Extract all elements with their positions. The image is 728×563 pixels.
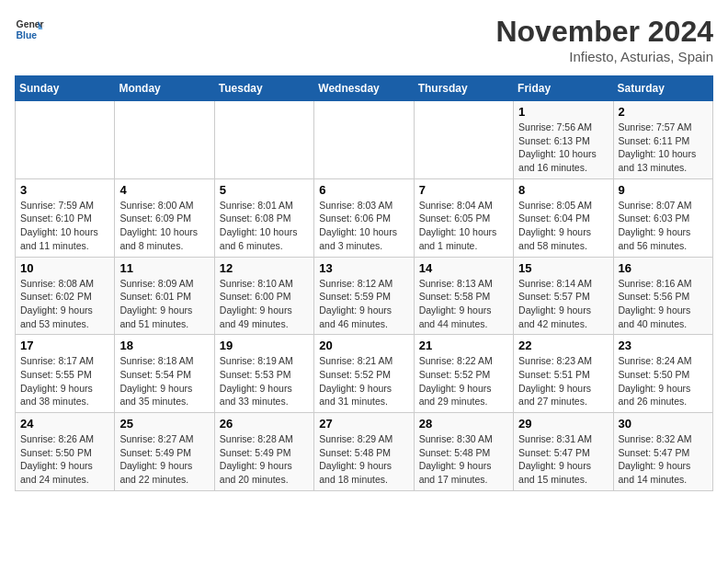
calendar-cell: 18Sunrise: 8:18 AM Sunset: 5:54 PM Dayli… (115, 335, 214, 413)
calendar-cell: 6Sunrise: 8:03 AM Sunset: 6:06 PM Daylig… (314, 178, 414, 257)
day-info: Sunrise: 8:00 AM Sunset: 6:09 PM Dayligh… (119, 199, 209, 253)
weekday-header-sunday: Sunday (16, 76, 115, 101)
calendar-week-2: 3Sunrise: 7:59 AM Sunset: 6:10 PM Daylig… (16, 178, 713, 257)
calendar-cell (414, 101, 513, 179)
calendar-cell (16, 101, 115, 179)
calendar-cell: 12Sunrise: 8:10 AM Sunset: 6:00 PM Dayli… (214, 257, 313, 335)
day-info: Sunrise: 8:03 AM Sunset: 6:06 PM Dayligh… (319, 199, 408, 253)
day-info: Sunrise: 7:57 AM Sunset: 6:11 PM Dayligh… (619, 121, 708, 175)
day-number: 28 (419, 417, 508, 431)
day-number: 30 (619, 417, 708, 431)
day-info: Sunrise: 8:17 AM Sunset: 5:55 PM Dayligh… (20, 354, 109, 408)
calendar-week-4: 17Sunrise: 8:17 AM Sunset: 5:55 PM Dayli… (16, 335, 713, 413)
title-block: November 2024 Infiesto, Asturias, Spain (495, 15, 713, 64)
day-info: Sunrise: 8:26 AM Sunset: 5:50 PM Dayligh… (20, 432, 109, 487)
day-info: Sunrise: 8:05 AM Sunset: 6:04 PM Dayligh… (518, 199, 608, 253)
day-info: Sunrise: 8:19 AM Sunset: 5:53 PM Dayligh… (220, 354, 309, 408)
calendar-cell: 3Sunrise: 7:59 AM Sunset: 6:10 PM Daylig… (16, 178, 115, 257)
day-info: Sunrise: 8:31 AM Sunset: 5:47 PM Dayligh… (518, 432, 608, 487)
calendar-cell: 20Sunrise: 8:21 AM Sunset: 5:52 PM Dayli… (314, 335, 414, 413)
day-info: Sunrise: 8:30 AM Sunset: 5:48 PM Dayligh… (419, 432, 508, 487)
calendar-cell: 2Sunrise: 7:57 AM Sunset: 6:11 PM Daylig… (613, 101, 712, 179)
weekday-header-thursday: Thursday (414, 76, 513, 101)
day-info: Sunrise: 8:22 AM Sunset: 5:52 PM Dayligh… (419, 354, 508, 408)
day-number: 12 (220, 261, 309, 275)
calendar-cell: 19Sunrise: 8:19 AM Sunset: 5:53 PM Dayli… (214, 335, 313, 413)
calendar-cell: 17Sunrise: 8:17 AM Sunset: 5:55 PM Dayli… (16, 335, 115, 413)
calendar-cell (314, 101, 414, 179)
weekday-header-tuesday: Tuesday (214, 76, 313, 101)
day-number: 5 (220, 183, 309, 197)
day-number: 23 (619, 339, 708, 352)
day-number: 7 (419, 183, 508, 197)
calendar-week-1: 1Sunrise: 7:56 AM Sunset: 6:13 PM Daylig… (16, 101, 713, 179)
day-number: 24 (20, 417, 109, 431)
calendar-cell: 9Sunrise: 8:07 AM Sunset: 6:03 PM Daylig… (613, 178, 712, 257)
day-number: 6 (319, 183, 408, 197)
weekday-header-row: SundayMondayTuesdayWednesdayThursdayFrid… (16, 76, 713, 101)
day-number: 21 (419, 339, 508, 352)
day-info: Sunrise: 8:18 AM Sunset: 5:54 PM Dayligh… (119, 354, 209, 408)
day-info: Sunrise: 8:10 AM Sunset: 6:00 PM Dayligh… (220, 277, 309, 331)
day-number: 3 (20, 183, 109, 197)
weekday-header-monday: Monday (115, 76, 214, 101)
location: Infiesto, Asturias, Spain (495, 49, 713, 64)
day-number: 9 (619, 183, 708, 197)
day-number: 8 (518, 183, 608, 197)
day-info: Sunrise: 8:29 AM Sunset: 5:48 PM Dayligh… (319, 432, 408, 487)
day-info: Sunrise: 8:24 AM Sunset: 5:50 PM Dayligh… (619, 354, 708, 408)
day-info: Sunrise: 8:09 AM Sunset: 6:01 PM Dayligh… (119, 277, 209, 331)
day-info: Sunrise: 8:07 AM Sunset: 6:03 PM Dayligh… (619, 199, 708, 253)
day-number: 16 (619, 261, 708, 275)
calendar-cell: 26Sunrise: 8:28 AM Sunset: 5:49 PM Dayli… (214, 413, 313, 491)
day-number: 4 (119, 183, 209, 197)
weekday-header-wednesday: Wednesday (314, 76, 414, 101)
day-number: 18 (119, 339, 209, 352)
page-header: General Blue November 2024 Infiesto, Ast… (15, 15, 713, 64)
calendar-cell: 13Sunrise: 8:12 AM Sunset: 5:59 PM Dayli… (314, 257, 414, 335)
calendar-cell: 8Sunrise: 8:05 AM Sunset: 6:04 PM Daylig… (514, 178, 613, 257)
day-number: 10 (20, 261, 109, 275)
day-number: 20 (319, 339, 408, 352)
calendar-cell: 10Sunrise: 8:08 AM Sunset: 6:02 PM Dayli… (16, 257, 115, 335)
calendar-cell: 16Sunrise: 8:16 AM Sunset: 5:56 PM Dayli… (613, 257, 712, 335)
day-info: Sunrise: 8:14 AM Sunset: 5:57 PM Dayligh… (518, 277, 608, 331)
calendar-cell: 7Sunrise: 8:04 AM Sunset: 6:05 PM Daylig… (414, 178, 513, 257)
calendar-week-5: 24Sunrise: 8:26 AM Sunset: 5:50 PM Dayli… (16, 413, 713, 491)
logo: General Blue (15, 15, 44, 44)
day-number: 1 (518, 105, 608, 119)
calendar-cell: 11Sunrise: 8:09 AM Sunset: 6:01 PM Dayli… (115, 257, 214, 335)
calendar-cell: 25Sunrise: 8:27 AM Sunset: 5:49 PM Dayli… (115, 413, 214, 491)
calendar-cell: 21Sunrise: 8:22 AM Sunset: 5:52 PM Dayli… (414, 335, 513, 413)
calendar-cell: 14Sunrise: 8:13 AM Sunset: 5:58 PM Dayli… (414, 257, 513, 335)
month-title: November 2024 (495, 15, 713, 49)
day-number: 2 (619, 105, 708, 119)
calendar-cell (115, 101, 214, 179)
calendar-cell: 1Sunrise: 7:56 AM Sunset: 6:13 PM Daylig… (514, 101, 613, 179)
day-info: Sunrise: 8:27 AM Sunset: 5:49 PM Dayligh… (119, 432, 209, 487)
calendar-week-3: 10Sunrise: 8:08 AM Sunset: 6:02 PM Dayli… (16, 257, 713, 335)
calendar-cell: 22Sunrise: 8:23 AM Sunset: 5:51 PM Dayli… (514, 335, 613, 413)
calendar-cell: 29Sunrise: 8:31 AM Sunset: 5:47 PM Dayli… (514, 413, 613, 491)
day-info: Sunrise: 8:08 AM Sunset: 6:02 PM Dayligh… (20, 277, 109, 331)
calendar-cell: 28Sunrise: 8:30 AM Sunset: 5:48 PM Dayli… (414, 413, 513, 491)
day-number: 11 (119, 261, 209, 275)
calendar-cell: 27Sunrise: 8:29 AM Sunset: 5:48 PM Dayli… (314, 413, 414, 491)
day-info: Sunrise: 8:21 AM Sunset: 5:52 PM Dayligh… (319, 354, 408, 408)
day-info: Sunrise: 8:23 AM Sunset: 5:51 PM Dayligh… (518, 354, 608, 408)
weekday-header-friday: Friday (514, 76, 613, 101)
day-number: 17 (20, 339, 109, 352)
day-info: Sunrise: 8:01 AM Sunset: 6:08 PM Dayligh… (220, 199, 309, 253)
day-number: 22 (518, 339, 608, 352)
day-number: 29 (518, 417, 608, 431)
calendar-cell: 5Sunrise: 8:01 AM Sunset: 6:08 PM Daylig… (214, 178, 313, 257)
day-number: 25 (119, 417, 209, 431)
day-number: 27 (319, 417, 408, 431)
day-number: 14 (419, 261, 508, 275)
day-number: 26 (220, 417, 309, 431)
svg-text:Blue: Blue (17, 30, 38, 40)
calendar-cell: 15Sunrise: 8:14 AM Sunset: 5:57 PM Dayli… (514, 257, 613, 335)
day-info: Sunrise: 8:16 AM Sunset: 5:56 PM Dayligh… (619, 277, 708, 331)
calendar-cell: 24Sunrise: 8:26 AM Sunset: 5:50 PM Dayli… (16, 413, 115, 491)
day-info: Sunrise: 8:28 AM Sunset: 5:49 PM Dayligh… (220, 432, 309, 487)
